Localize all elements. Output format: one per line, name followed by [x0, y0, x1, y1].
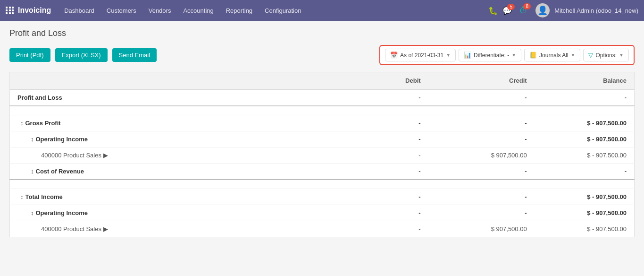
nav-accounting[interactable]: Accounting — [177, 4, 219, 17]
row-credit: - — [428, 131, 535, 147]
row-credit: - — [428, 115, 535, 131]
row-debit: - — [322, 89, 428, 106]
print-pdf-button[interactable]: Print (Pdf) — [9, 48, 50, 62]
expand-icon[interactable]: ↕ — [31, 209, 34, 216]
differentiate-filter-button[interactable]: 📊 Differentiate: - ▼ — [459, 49, 521, 61]
nav-dashboard[interactable]: Dashboard — [59, 4, 100, 17]
avatar[interactable]: 👤 — [535, 3, 550, 17]
chevron-down-icon: ▼ — [446, 52, 451, 58]
grid-icon — [6, 7, 14, 14]
expand-icon[interactable]: ↕ — [31, 168, 34, 175]
table-row: 400000 Product Sales ▶ - $ 907,500.00 $ … — [10, 147, 635, 164]
nav-customers[interactable]: Customers — [101, 4, 142, 17]
row-label: Profit and Loss — [10, 89, 322, 106]
report-table-wrap: Debit Credit Balance Profit and Loss - -… — [9, 72, 635, 237]
date-filter-button[interactable]: 📅 As of 2021-03-31 ▼ — [385, 49, 456, 61]
row-balance: $ - 907,500.00 — [535, 189, 635, 205]
nav-configuration[interactable]: Configuration — [259, 4, 307, 17]
row-label: ↕Operating Income — [10, 205, 322, 221]
row-label[interactable]: 400000 Product Sales ▶ — [10, 221, 322, 237]
col-credit: Credit — [428, 72, 535, 90]
table-row-spacer — [10, 180, 635, 189]
filter-icon: ▽ — [588, 52, 593, 59]
journals-filter-label: Journals All — [539, 52, 568, 59]
row-balance: - — [535, 89, 635, 106]
messages-btn[interactable]: 💬 5 — [502, 6, 512, 15]
user-name[interactable]: Mitchell Admin (odoo_14_new) — [554, 7, 638, 14]
chevron-down-icon-3: ▼ — [570, 52, 575, 58]
chevron-down-icon-2: ▼ — [511, 52, 516, 58]
journals-filter-button[interactable]: 📒 Journals All ▼ — [524, 49, 580, 61]
expand-icon[interactable]: ↕ — [31, 136, 34, 143]
send-email-button[interactable]: Send Email — [112, 48, 157, 62]
export-xlsx-button[interactable]: Export (XLSX) — [55, 48, 108, 62]
toolbar: Print (Pdf) Export (XLSX) Send Email 📅 A… — [9, 45, 635, 65]
table-row: ↕Gross Profit - - $ - 907,500.00 — [10, 115, 635, 131]
row-credit: - — [428, 205, 535, 221]
bar-chart-icon: 📊 — [464, 52, 471, 59]
row-debit: - — [322, 189, 428, 205]
row-label: ↕Operating Income — [10, 131, 322, 147]
row-credit: - — [428, 164, 535, 180]
row-label: ↕Cost of Revenue — [10, 164, 322, 180]
differentiate-filter-label: Differentiate: - — [474, 52, 509, 59]
row-balance: $ - 907,500.00 — [535, 205, 635, 221]
row-balance: $ - 907,500.00 — [535, 147, 635, 164]
row-credit: - — [428, 189, 535, 205]
col-label — [10, 72, 322, 90]
chevron-down-icon-4: ▼ — [619, 52, 624, 58]
row-debit: - — [322, 131, 428, 147]
col-balance: Balance — [535, 72, 635, 90]
table-row: ↕Cost of Revenue - - - — [10, 164, 635, 180]
book-icon: 📒 — [529, 52, 537, 59]
table-row: 400000 Product Sales ▶ - $ 907,500.00 $ … — [10, 221, 635, 237]
table-row: ↕Operating Income - - $ - 907,500.00 — [10, 205, 635, 221]
app-logo[interactable]: Invoicing — [6, 6, 51, 15]
page-title: Profit and Loss — [9, 28, 635, 38]
row-debit: - — [322, 147, 428, 164]
table-row-spacer — [10, 106, 635, 115]
activity-btn[interactable]: ⏱ 8 — [519, 6, 528, 16]
row-label: ↕Gross Profit — [10, 115, 322, 131]
app-name: Invoicing — [18, 6, 51, 15]
messages-badge: 5 — [507, 4, 515, 10]
row-balance: $ - 907,500.00 — [535, 115, 635, 131]
row-debit: - — [322, 221, 428, 237]
row-balance: $ - 907,500.00 — [535, 221, 635, 237]
filter-area: 📅 As of 2021-03-31 ▼ 📊 Differentiate: - … — [379, 45, 635, 65]
row-credit: - — [428, 89, 535, 106]
table-row: ↕Operating Income - - $ - 907,500.00 — [10, 131, 635, 147]
row-debit: - — [322, 115, 428, 131]
row-label: ↕Total Income — [10, 189, 322, 205]
row-credit: $ 907,500.00 — [428, 221, 535, 237]
row-debit: - — [322, 205, 428, 221]
debug-icon-btn[interactable]: 🐛 — [488, 6, 498, 15]
main-nav: Dashboard Customers Vendors Accounting R… — [59, 4, 486, 17]
nav-vendors[interactable]: Vendors — [143, 4, 177, 17]
options-filter-label: Options: — [595, 52, 617, 59]
nav-reporting[interactable]: Reporting — [220, 4, 258, 17]
row-balance: $ - 907,500.00 — [535, 131, 635, 147]
row-credit: $ 907,500.00 — [428, 147, 535, 164]
topbar-right: 🐛 💬 5 ⏱ 8 👤 Mitchell Admin (odoo_14_new) — [488, 3, 638, 17]
activity-badge: 8 — [523, 3, 531, 9]
bug-icon: 🐛 — [488, 6, 498, 15]
col-debit: Debit — [322, 72, 428, 90]
expand-icon[interactable]: ↕ — [20, 193, 24, 200]
table-header-row: Debit Credit Balance — [10, 72, 635, 90]
options-filter-button[interactable]: ▽ Options: ▼ — [583, 49, 629, 61]
date-filter-label: As of 2021-03-31 — [400, 52, 443, 59]
expand-icon[interactable]: ↕ — [20, 120, 24, 127]
row-debit: - — [322, 164, 428, 180]
table-row: Profit and Loss - - - — [10, 89, 635, 106]
profit-loss-table: Debit Credit Balance Profit and Loss - -… — [9, 72, 635, 237]
top-nav: Invoicing Dashboard Customers Vendors Ac… — [0, 0, 644, 21]
table-row: ↕Total Income - - $ - 907,500.00 — [10, 189, 635, 205]
calendar-icon: 📅 — [390, 52, 398, 59]
row-label[interactable]: 400000 Product Sales ▶ — [10, 147, 322, 164]
page-content: Profit and Loss Print (Pdf) Export (XLSX… — [0, 21, 644, 276]
row-balance: - — [535, 164, 635, 180]
